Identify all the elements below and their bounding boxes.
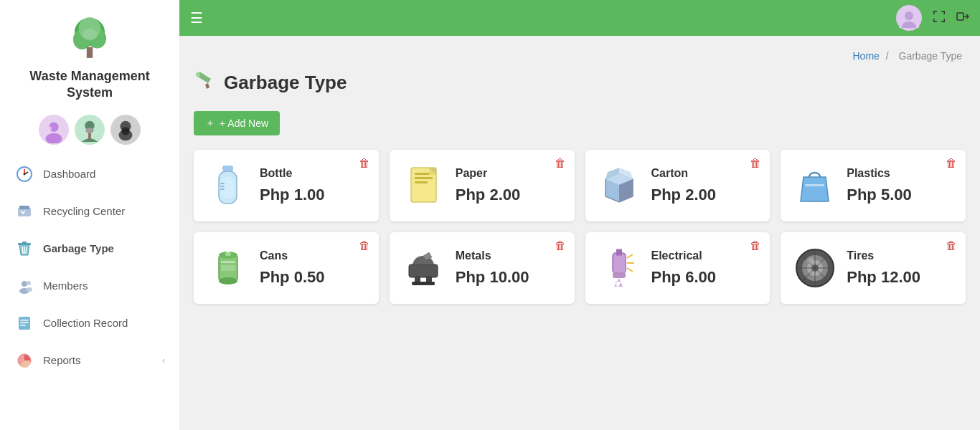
breadcrumb: Home / Garbage Type (194, 50, 966, 62)
tires-name: Tires (847, 249, 955, 262)
svg-rect-62 (221, 261, 235, 263)
paper-price: Php 2.00 (456, 186, 564, 204)
garbage-type-icon (14, 239, 34, 259)
svg-rect-39 (957, 13, 963, 20)
topbar-right (896, 5, 969, 31)
sidebar-item-garbage-type[interactable]: Garbage Type (0, 230, 179, 267)
metals-icon (400, 245, 447, 292)
logo-area: Waste Management System (29, 7, 149, 109)
card-plastics: Plastics Php 5.00 🗑 (781, 150, 966, 221)
cans-price: Php 0.50 (260, 268, 368, 287)
bottle-icon (204, 163, 251, 209)
avatar-2[interactable] (75, 115, 105, 145)
recycling-icon (14, 201, 34, 221)
plastics-delete-button[interactable]: 🗑 (946, 157, 957, 170)
electrical-name: Electrical (651, 249, 760, 262)
metals-name: Metals (456, 249, 564, 262)
svg-rect-72 (619, 249, 622, 256)
electrical-price: Php 6.00 (651, 268, 760, 287)
bottle-delete-button[interactable]: 🗑 (359, 157, 370, 170)
sidebar-item-dashboard[interactable]: Dashboard (0, 156, 179, 193)
avatar-row (39, 115, 141, 145)
plastics-name: Plastics (847, 167, 955, 180)
svg-point-65 (227, 250, 230, 253)
svg-point-13 (85, 128, 93, 133)
sidebar-item-members[interactable]: Members (0, 267, 179, 305)
card-cans: Cans Php 0.50 🗑 (194, 232, 379, 304)
collection-record-icon (14, 313, 34, 333)
card-bottle: Bottle Php 1.00 🗑 (194, 150, 379, 221)
carton-icon (596, 163, 643, 209)
add-new-icon: ＋ (205, 117, 215, 130)
page-title-row: Garbage Type (194, 69, 966, 97)
paper-info: Paper Php 2.00 (456, 167, 564, 204)
svg-line-24 (22, 247, 23, 254)
topbar-left: ☰ (190, 9, 203, 27)
cards-grid: Bottle Php 1.00 🗑 Paper Php 2. (194, 150, 966, 304)
members-label: Members (43, 280, 165, 292)
sidebar-item-recycling-center[interactable]: Recycling Center (0, 193, 179, 230)
dashboard-label: Dashboard (43, 168, 165, 180)
svg-rect-23 (22, 242, 27, 244)
carton-delete-button[interactable]: 🗑 (750, 157, 761, 170)
nav-menu: Dashboard Recycling Center (0, 156, 179, 379)
svg-rect-73 (613, 272, 626, 278)
svg-point-30 (27, 287, 32, 292)
metals-delete-button[interactable]: 🗑 (555, 239, 566, 252)
collection-record-label: Collection Record (43, 317, 165, 329)
paper-delete-button[interactable]: 🗑 (555, 157, 566, 170)
electrical-delete-button[interactable]: 🗑 (750, 239, 761, 252)
tires-price: Php 12.00 (847, 268, 955, 287)
metals-info: Metals Php 10.00 (456, 249, 564, 287)
card-metals: Metals Php 10.00 🗑 (390, 232, 575, 304)
svg-point-17 (121, 127, 129, 135)
sidebar-item-reports[interactable]: Reports ‹ (0, 342, 179, 379)
reports-chevron: ‹ (162, 355, 165, 366)
hamburger-button[interactable]: ☰ (190, 9, 203, 27)
add-new-button[interactable]: ＋ + Add New (194, 111, 280, 135)
svg-point-29 (27, 281, 31, 285)
paper-name: Paper (456, 167, 564, 180)
fullscreen-button[interactable] (933, 10, 946, 27)
avatar-1[interactable] (39, 115, 69, 145)
svg-rect-41 (222, 166, 233, 171)
page-title: Garbage Type (224, 72, 347, 94)
svg-point-19 (24, 173, 26, 175)
svg-rect-66 (409, 264, 438, 277)
sidebar-item-collection-record[interactable]: Collection Record (0, 305, 179, 342)
svg-rect-21 (19, 206, 29, 209)
dashboard-icon (14, 164, 34, 184)
svg-point-9 (47, 126, 52, 130)
plastics-info: Plastics Php 5.00 (847, 167, 955, 204)
svg-rect-50 (415, 181, 428, 183)
svg-rect-58 (805, 184, 824, 186)
main-content: Home / Garbage Type Garbage Type ＋ + Add… (179, 36, 980, 430)
tires-delete-button[interactable]: 🗑 (946, 239, 957, 252)
plastics-icon (791, 163, 838, 209)
svg-rect-4 (87, 47, 93, 58)
user-avatar[interactable] (896, 5, 922, 31)
card-electrical: Electrical Php 6.00 🗑 (585, 232, 771, 304)
logout-button[interactable] (956, 10, 969, 27)
cans-name: Cans (260, 249, 368, 262)
svg-point-61 (219, 277, 237, 285)
logo-icon (65, 14, 115, 64)
avatar-3[interactable] (110, 115, 141, 145)
svg-rect-43 (221, 177, 235, 199)
bottle-price: Php 1.00 (260, 186, 368, 204)
svg-rect-32 (20, 320, 29, 321)
carton-name: Carton (651, 167, 760, 180)
plastics-price: Php 5.00 (847, 186, 955, 204)
reports-label: Reports (43, 354, 162, 366)
svg-line-74 (627, 254, 633, 258)
svg-rect-45 (220, 186, 225, 187)
svg-rect-71 (616, 249, 619, 256)
cans-info: Cans Php 0.50 (260, 249, 368, 287)
breadcrumb-current: Garbage Type (899, 50, 962, 62)
bottle-name: Bottle (260, 167, 368, 180)
cans-delete-button[interactable]: 🗑 (359, 239, 370, 252)
tires-icon (791, 245, 838, 292)
svg-rect-63 (221, 265, 235, 271)
breadcrumb-home[interactable]: Home (852, 50, 879, 62)
tires-info: Tires Php 12.00 (847, 249, 955, 287)
